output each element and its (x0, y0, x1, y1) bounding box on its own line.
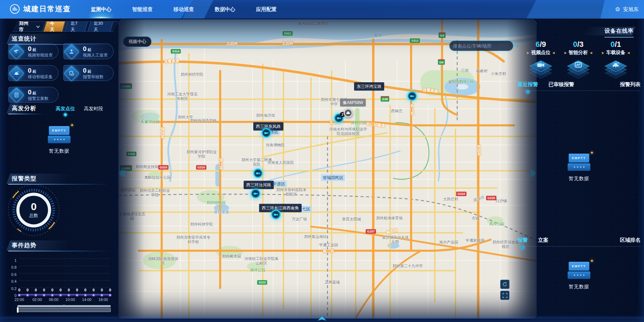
y-tick-label: 0.4 (11, 280, 17, 283)
empty-text: 暂无数据 (49, 148, 69, 154)
camera-marker[interactable] (271, 210, 281, 219)
nav-item-monitor-center[interactable]: 监测中心 (89, 0, 114, 19)
nav-item-app-config[interactable]: 应用配置 (254, 0, 279, 19)
point-dot (26, 294, 29, 297)
refresh-button[interactable] (500, 280, 509, 289)
point-dot (109, 294, 111, 297)
video-center-button[interactable]: 视频中心 (123, 37, 151, 47)
point-dot (34, 294, 37, 297)
tab-alarm-list[interactable]: 报警列表 (620, 81, 641, 88)
range-button-30days[interactable]: 近30天 (87, 19, 114, 34)
inspection-stats-grid: 0起 视频智能巡查 0起 视频人工巡查 0起 移动智能采集 0起 报警审核数 0… (8, 43, 114, 103)
online-count: 0 (611, 40, 615, 49)
empty-text: 暂无数据 (569, 176, 589, 182)
empty-box-icon: EMPTY (568, 260, 590, 279)
right-panel: 设备在线率 6/9 ▶视频点位◀ 0/3 ▶智能分析◀ 0/1 ▶车载设备◀ (513, 19, 644, 322)
stat-unit: 起 (33, 91, 36, 95)
y-tick-label: 0.8 (11, 266, 17, 269)
device-item-video-points: 6/9 ▶视频点位◀ (523, 40, 559, 76)
camera-point-label-chip[interactable]: 西三环长江路西南角 (259, 204, 302, 212)
patrol-car-icon (9, 66, 24, 81)
vehicle-marker[interactable] (344, 108, 353, 117)
nav-item-data-center[interactable]: 数据中心 (213, 0, 237, 19)
camera-marker[interactable] (261, 128, 271, 138)
camera-marker[interactable]: 2 (334, 113, 344, 123)
tab-cases[interactable]: 立案 (538, 237, 548, 243)
camera-point-label-chip[interactable]: 东三环鸿宝路 (354, 82, 384, 91)
gear-icon[interactable]: ⚙ (615, 6, 620, 13)
stat-value: 0 (28, 89, 32, 96)
stat-unit: 起 (33, 48, 36, 52)
smart-analysis-icon (565, 59, 592, 76)
camera-marker[interactable] (407, 91, 417, 101)
stat-card-alarm-case: 0起 报警立案数 (8, 87, 58, 103)
device-label: 视频点位 (531, 50, 550, 56)
trend-data-point: 0 (76, 288, 78, 297)
camera-point-label-chip[interactable]: 西三环汝河路 (244, 181, 274, 189)
search-input[interactable] (453, 43, 514, 49)
online-count: 6 (536, 40, 540, 49)
trend-data-point: 0 (109, 288, 111, 297)
point-dot (67, 294, 70, 297)
map-search-box (449, 41, 513, 51)
trend-plot-area: 0 0 0 0 (19, 259, 110, 295)
fullscreen-button[interactable] (500, 291, 509, 300)
trend-data-point: 0 (92, 288, 95, 297)
case-tab-row: 报警 立案 区域排名 (517, 237, 641, 247)
filter-bar: 郑州市 今天 近7天 近30天 (12, 21, 118, 32)
user-name[interactable]: 安旭东 (623, 6, 638, 13)
stat-unit: 起 (88, 48, 92, 52)
point-dot (18, 294, 21, 297)
refresh-icon (502, 282, 507, 287)
tab-high-incidence-periods[interactable]: 高发时段 (84, 106, 103, 112)
high-incidence-empty-state: EMPTY 暂无数据 (0, 124, 118, 154)
trend-data-points: 0 0 0 0 (18, 288, 111, 297)
stat-card-video-manual: 0起 视频人工巡查 (63, 43, 114, 59)
stat-label: 报警审核数 (83, 74, 112, 80)
empty-box-icon: EMPTY (48, 124, 71, 143)
high-incidence-header: 高发分析 高发点位 高发时段 (8, 103, 114, 114)
stat-label: 视频智能巡查 (28, 52, 57, 58)
stat-card-mobile-collect: 0起 移动智能采集 (8, 65, 58, 81)
person-icon (64, 44, 79, 59)
tab-recent-alarms[interactable]: 最近报警 (517, 81, 538, 88)
trend-data-point: 0 (67, 288, 70, 297)
y-tick-label: 0.2 (11, 287, 17, 290)
tab-reviewed-alarms[interactable]: 已审核报警 (548, 81, 574, 88)
range-button-7days[interactable]: 近7天 (64, 19, 88, 34)
range-button-today[interactable]: 今天 (43, 19, 65, 34)
point-value-label: 0 (51, 288, 53, 292)
point-dot (59, 294, 62, 297)
x-tick-label: 10:00 (65, 298, 75, 302)
empty-badge: EMPTY (572, 264, 586, 268)
device-item-smart-analysis: 0/3 ▶智能分析◀ (560, 40, 596, 76)
tab-high-incidence-points[interactable]: 高发点位 (56, 106, 75, 112)
pan-left-chevrons-icon[interactable] (119, 169, 126, 178)
camera-marker[interactable] (253, 168, 263, 178)
online-count: 0 (573, 40, 577, 49)
nav-item-mobile-inspection[interactable]: 移动巡查 (171, 0, 196, 19)
city-selector-value: 郑州市 (19, 20, 33, 33)
trend-y-axis: 00.20.40.60.81 (8, 257, 17, 295)
trend-time-scrollbar[interactable] (17, 305, 111, 312)
vehicle-plate-chip[interactable]: 豫A6P58W (340, 99, 366, 107)
camera-marker[interactable] (251, 189, 260, 198)
x-tick-label: 22:00 (14, 298, 24, 302)
device-item-vehicle: 0/1 ▶车载设备◀ (598, 40, 634, 76)
section-title-device-online: 设备在线率 (604, 28, 634, 38)
point-value-label: 0 (101, 288, 103, 292)
trend-data-point: 0 (51, 288, 54, 297)
alarm-total-label: 总数 (29, 212, 38, 219)
x-tick-label: 02:00 (32, 298, 42, 302)
event-trend-chart: 00.20.40.60.81 0 0 (8, 257, 111, 312)
left-panel: 郑州市 今天 近7天 近30天 巡查统计 0起 视频智能巡查 0起 视频人工巡查… (0, 19, 118, 322)
nav-item-smart-inspection[interactable]: 智能巡查 (130, 0, 155, 19)
city-map[interactable]: 黄河黄河花园口旅游区三坝杨桥村小朱庄村黄岗庙村郑州财经学院河南工业大学莲花街校区… (118, 19, 537, 319)
tab-alarms[interactable]: 报警 (517, 237, 528, 243)
header-slab (526, 0, 609, 19)
empty-text: 暂无数据 (569, 284, 589, 290)
user-area: ⚙ 安旭东 (615, 0, 638, 19)
city-selector[interactable]: 郑州市 (16, 20, 43, 33)
tab-region-ranking[interactable]: 区域排名 (620, 237, 641, 243)
fullscreen-icon (503, 293, 507, 298)
